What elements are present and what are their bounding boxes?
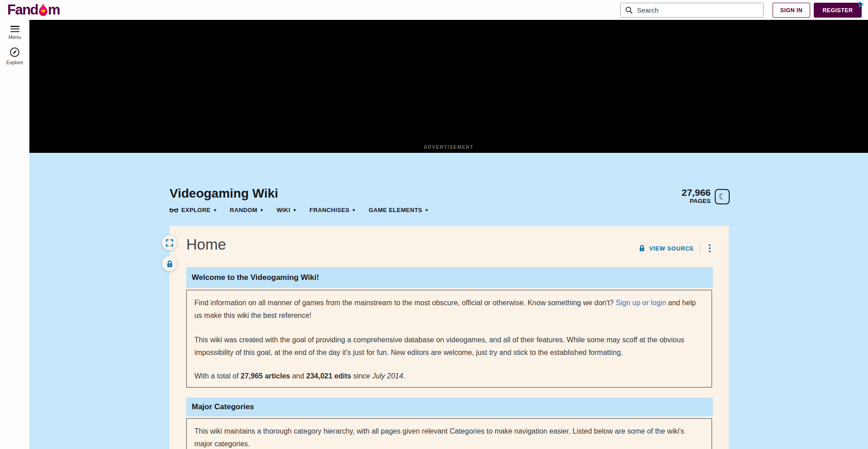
major-categories-paragraph: This wiki maintains a thorough category …: [194, 425, 704, 449]
edit-count-bold: 234,021 edits: [306, 372, 351, 380]
menu-icon: [10, 26, 19, 32]
nav-explore[interactable]: EXPLORE ▾: [170, 207, 216, 213]
chevron-down-icon: ▾: [214, 208, 216, 213]
nav-wiki[interactable]: WIKI ▾: [277, 207, 296, 213]
welcome-paragraph-2: This wiki was created with the goal of p…: [194, 334, 704, 359]
adchoices-icon[interactable]: [858, 1, 865, 8]
welcome-heading: Welcome to the Videogaming Wiki!: [192, 273, 319, 282]
page-title: Home: [186, 236, 226, 253]
moon-icon: ☾: [718, 192, 726, 202]
fandom-logo-text-left: Fand: [7, 2, 38, 18]
welcome-section-body: Find information on all manner of games …: [186, 290, 712, 388]
welcome-paragraph-3: With a total of 27,965 articles and 234,…: [194, 370, 704, 383]
article-count-bold: 27,965 articles: [241, 372, 290, 380]
sign-in-button[interactable]: SIGN IN: [773, 3, 810, 18]
article-actions: VIEW SOURCE: [638, 242, 713, 254]
page-protection-button[interactable]: [162, 256, 177, 271]
stats-sentence-mid: and: [290, 372, 307, 380]
rail-menu-label: Menu: [9, 34, 21, 40]
nav-franchises[interactable]: FRANCHISES ▾: [310, 207, 355, 213]
major-categories-header: Major Categories: [186, 397, 713, 416]
fandom-flame-icon: [38, 3, 48, 17]
advertisement-label: ADVERTISEMENT: [29, 144, 868, 150]
dark-mode-toggle[interactable]: ☾: [715, 189, 730, 204]
top-bar: Fand m SIGN IN REGISTER: [0, 0, 868, 20]
founding-date-italic: July 2014: [372, 372, 403, 380]
sign-up-link[interactable]: Sign up or login: [616, 299, 666, 307]
stats-sentence-since: since: [351, 372, 372, 380]
stats-sentence-start: With a total of: [194, 372, 241, 380]
nav-game-elements[interactable]: GAME ELEMENTS ▾: [369, 207, 428, 213]
fandom-logo-text-right: m: [48, 2, 60, 18]
page-count-value: 27,966: [682, 188, 711, 197]
search-input[interactable]: [637, 6, 759, 14]
search-icon: [625, 6, 633, 14]
chevron-down-icon: ▾: [353, 208, 355, 213]
page-count-label: PAGES: [682, 198, 711, 204]
chevron-down-icon: ▾: [293, 208, 296, 213]
wiki-navigation: EXPLORE ▾ RANDOM ▾ WIKI ▾ FRANCHISES ▾ G…: [170, 204, 428, 215]
welcome-p1-text: Find information on all manner of games …: [194, 299, 616, 307]
major-categories-heading: Major Categories: [192, 402, 254, 411]
rail-menu-button[interactable]: Menu: [0, 26, 29, 40]
nav-random[interactable]: RANDOM ▾: [230, 207, 263, 213]
left-rail: Menu Explore: [0, 20, 29, 449]
expand-icon: [165, 239, 174, 247]
nav-game-elements-label: GAME ELEMENTS: [369, 207, 423, 213]
wiki-title[interactable]: Videogaming Wiki: [170, 186, 278, 201]
lock-icon: [638, 245, 646, 252]
view-source-label: VIEW SOURCE: [649, 245, 694, 252]
rail-explore-label: Explore: [6, 60, 23, 65]
chevron-down-icon: ▾: [260, 208, 263, 213]
welcome-section-header: Welcome to the Videogaming Wiki!: [186, 267, 713, 288]
advertisement-slot: ADVERTISEMENT: [29, 20, 868, 153]
rail-explore-button[interactable]: Explore: [0, 47, 29, 65]
welcome-paragraph-1: Find information on all manner of games …: [194, 297, 704, 322]
glasses-icon: [170, 207, 178, 213]
global-search[interactable]: [620, 3, 764, 18]
nav-explore-label: EXPLORE: [181, 207, 211, 213]
more-options-button[interactable]: [706, 242, 713, 254]
chevron-down-icon: ▾: [425, 208, 428, 213]
register-button[interactable]: REGISTER: [814, 3, 862, 18]
wiki-content-area: Videogaming Wiki EXPLORE ▾ RANDOM ▾ WIKI…: [29, 153, 868, 449]
major-categories-body: This wiki maintains a thorough category …: [186, 418, 712, 449]
lock-icon: [166, 260, 174, 268]
fandom-logo[interactable]: Fand m: [7, 1, 60, 19]
nav-franchises-label: FRANCHISES: [310, 207, 350, 213]
actions-divider: [700, 243, 700, 254]
article-card: Home VIEW SOURCE Welcome to the Videogam…: [170, 226, 729, 449]
expand-page-button[interactable]: [162, 235, 177, 250]
view-source-button[interactable]: VIEW SOURCE: [638, 245, 694, 252]
page-count: 27,966 PAGES: [682, 188, 711, 204]
compass-icon: [9, 47, 20, 57]
stats-sentence-end: .: [403, 372, 405, 380]
kebab-icon: [709, 244, 711, 246]
nav-random-label: RANDOM: [230, 207, 257, 213]
nav-wiki-label: WIKI: [277, 207, 290, 213]
